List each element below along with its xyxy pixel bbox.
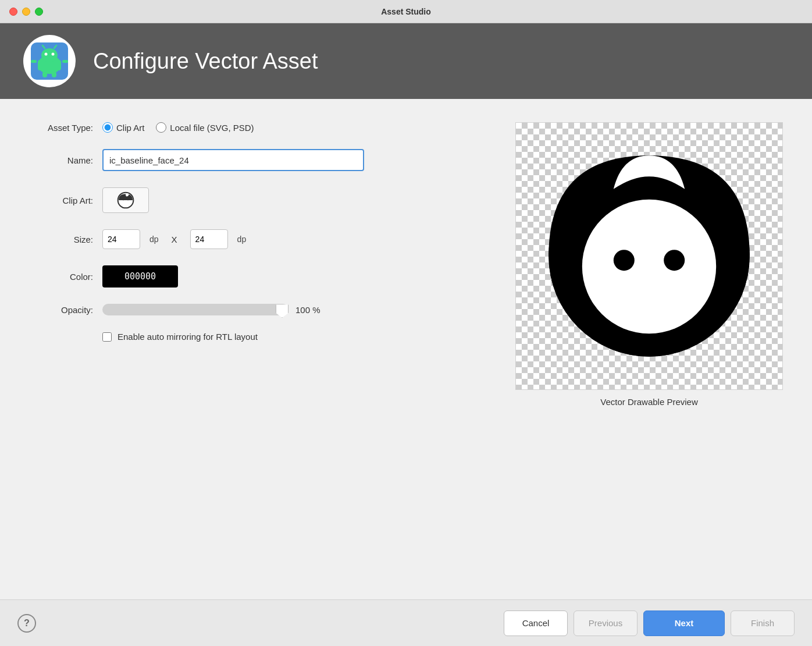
dp-label-1: dp (149, 235, 159, 244)
footer: ? Cancel Previous Next Finish (0, 599, 812, 646)
name-input[interactable] (102, 149, 364, 171)
color-swatch[interactable]: 000000 (102, 265, 178, 287)
clip-art-radio-label: Clip Art (116, 123, 144, 133)
footer-right: Cancel Previous Next Finish (504, 610, 795, 636)
preview-panel: Vector Drawable Preview (515, 122, 783, 576)
size-label: Size: (29, 235, 93, 244)
svg-rect-11 (42, 72, 47, 77)
svg-point-4 (41, 48, 58, 62)
opacity-slider[interactable] (102, 304, 289, 315)
preview-canvas (515, 122, 783, 390)
header-icon-wrap (23, 35, 76, 87)
android-studio-icon (31, 42, 68, 80)
rtl-label: Enable auto mirroring for RTL layout (117, 332, 258, 342)
dp-label-2: dp (237, 235, 247, 244)
finish-button[interactable]: Finish (731, 610, 795, 636)
minimize-button[interactable] (22, 8, 30, 16)
footer-left: ? (17, 614, 36, 633)
asset-type-row: Asset Type: Clip Art Local file (SVG, PS… (29, 122, 492, 133)
previous-button[interactable]: Previous (574, 610, 638, 636)
svg-point-24 (614, 250, 635, 271)
clip-art-button[interactable] (102, 187, 149, 213)
svg-rect-9 (31, 60, 37, 63)
svg-point-5 (45, 53, 48, 56)
main-content: Asset Type: Clip Art Local file (SVG, PS… (0, 99, 812, 599)
svg-point-23 (582, 200, 716, 333)
close-button[interactable] (9, 8, 17, 16)
color-value: 000000 (124, 271, 156, 282)
svg-rect-10 (62, 60, 68, 63)
opacity-slider-wrap: 100 % (102, 304, 320, 315)
traffic-lights (9, 8, 43, 16)
color-row: Color: 000000 (29, 265, 492, 287)
clip-art-row: Clip Art: (29, 187, 492, 213)
clip-art-face-icon (116, 191, 135, 210)
local-file-radio[interactable] (156, 122, 166, 133)
rtl-checkbox[interactable] (102, 332, 112, 342)
dialog-title: Configure Vector Asset (93, 49, 318, 74)
svg-point-25 (664, 250, 685, 271)
size-row: Size: dp X dp (29, 229, 492, 249)
window-title: Asset Studio (381, 7, 431, 16)
size-separator: X (172, 235, 177, 244)
form-panel: Asset Type: Clip Art Local file (SVG, PS… (29, 122, 492, 576)
asset-type-radio-group: Clip Art Local file (SVG, PSD) (102, 122, 254, 133)
size-height-input[interactable] (190, 229, 228, 249)
local-file-option[interactable]: Local file (SVG, PSD) (156, 122, 254, 133)
color-label: Color: (29, 272, 93, 282)
local-file-radio-label: Local file (SVG, PSD) (170, 123, 254, 133)
clip-art-label: Clip Art: (29, 196, 93, 205)
titlebar: Asset Studio (0, 0, 812, 23)
opacity-row: Opacity: 100 % (29, 304, 492, 315)
svg-point-6 (52, 53, 55, 56)
preview-label: Vector Drawable Preview (600, 397, 698, 407)
opacity-value: 100 % (295, 305, 320, 315)
next-button[interactable]: Next (643, 610, 725, 636)
svg-rect-12 (52, 72, 56, 77)
face-preview-icon (544, 151, 754, 361)
cancel-button[interactable]: Cancel (504, 610, 568, 636)
size-width-input[interactable] (102, 229, 140, 249)
asset-type-label: Asset Type: (29, 123, 93, 133)
clip-art-radio[interactable] (102, 122, 113, 133)
dialog-header: Configure Vector Asset (0, 23, 812, 99)
name-label: Name: (29, 155, 93, 165)
clip-art-option[interactable]: Clip Art (102, 122, 144, 133)
maximize-button[interactable] (35, 8, 43, 16)
opacity-label: Opacity: (29, 305, 93, 315)
rtl-checkbox-row: Enable auto mirroring for RTL layout (102, 332, 492, 342)
name-row: Name: (29, 149, 492, 171)
help-button[interactable]: ? (17, 614, 36, 633)
